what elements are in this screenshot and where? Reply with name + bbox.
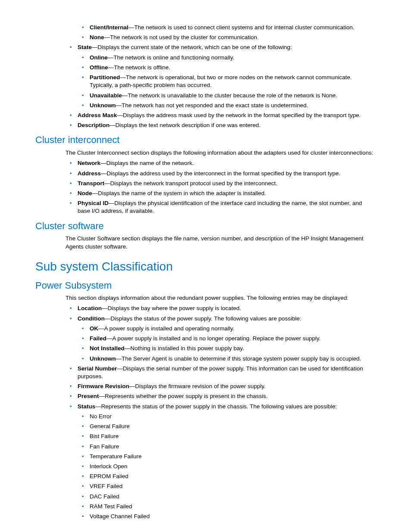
heading-cluster-interconnect: Cluster interconnect: [35, 134, 376, 146]
list-item: Not Installed—Nothing is installed in th…: [90, 345, 376, 352]
list-item: VREF Failed: [90, 482, 376, 490]
list-item: No Error: [90, 413, 376, 420]
list-item: EPROM Failed: [90, 473, 376, 480]
list-item: Interlock Open: [90, 463, 376, 470]
list-item: Partitioned—The network is operational, …: [90, 74, 376, 89]
cluster-interconnect-list: Network—Displays the name of the network…: [65, 159, 376, 215]
list-item: None—The network is not used by the clus…: [90, 34, 376, 41]
status-values-list: No Error General Failure Bist Failure Fa…: [78, 413, 376, 520]
list-item: Voltage Channel Failed: [90, 513, 376, 520]
list-item: Client/Internal—The network is used to c…: [90, 24, 376, 31]
cluster-software-intro: The Cluster Software section displays th…: [65, 235, 376, 250]
list-item: DAC Failed: [90, 493, 376, 501]
cluster-interconnect-intro: The Cluster Interconnect section display…: [65, 149, 376, 157]
list-item: RAM Test Failed: [90, 503, 376, 510]
list-item: Location—Displays the bay where the powe…: [78, 305, 376, 312]
list-item-status: Status—Represents the status of the powe…: [78, 403, 376, 521]
list-item-condition: Condition—Displays the status of the pow…: [78, 315, 376, 363]
list-item: Present—Represents whether the power sup…: [78, 392, 376, 400]
power-subsystem-list: Location—Displays the bay where the powe…: [65, 305, 376, 520]
list-item: Unknown—The network has not yet responde…: [90, 102, 376, 109]
list-item-state: State—Displays the current state of the …: [78, 44, 376, 109]
heading-cluster-software: Cluster software: [35, 220, 376, 233]
list-item: Offline—The network is offline.: [90, 64, 376, 72]
list-item: General Failure: [90, 423, 376, 430]
list-item-description: Description—Displays the text network de…: [78, 121, 376, 129]
list-item: Temperature Failure: [90, 453, 376, 460]
list-item: Physical ID—Displays the physical identi…: [78, 199, 376, 215]
heading-power-subsystem: Power Subsystem: [35, 279, 376, 292]
list-item: Online—The network is online and functio…: [90, 54, 376, 62]
list-item: Address—Displays the address used by the…: [78, 170, 376, 177]
list-item: Transport—Displays the network transport…: [78, 180, 376, 187]
state-values-list: Online—The network is online and functio…: [78, 54, 376, 109]
network-role-continuation: Client/Internal—The network is used to c…: [78, 24, 376, 41]
list-item: Network—Displays the name of the network…: [78, 159, 376, 167]
network-properties-list: State—Displays the current state of the …: [65, 44, 376, 129]
list-item: Unavailable—The network is unavailable t…: [90, 92, 376, 100]
list-item: Failed—A power supply is installed and i…: [90, 335, 376, 342]
list-item: Bist Failure: [90, 432, 376, 440]
power-subsystem-intro: This section displays information about …: [65, 294, 376, 302]
list-item: OK—A power supply is installed and opera…: [90, 325, 376, 333]
condition-values-list: OK—A power supply is installed and opera…: [78, 325, 376, 363]
list-item: Unknown—The Server Agent is unable to de…: [90, 355, 376, 363]
list-item: Firmware Revision—Displays the firmware …: [78, 383, 376, 390]
heading-subsystem-classification: Sub system Classification: [35, 258, 376, 275]
list-item-address-mask: Address Mask—Displays the address mask u…: [78, 112, 376, 119]
list-item: Fan Failure: [90, 443, 376, 451]
list-item: Serial Number—Displays the serial number…: [78, 365, 376, 380]
list-item: Node—Displays the name of the system in …: [78, 190, 376, 197]
